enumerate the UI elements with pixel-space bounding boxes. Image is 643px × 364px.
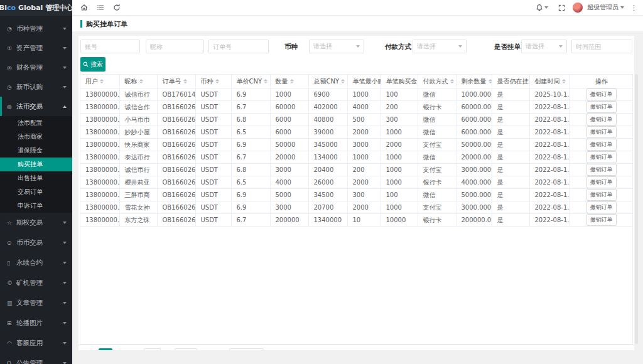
table-cell: 34500 — [308, 189, 347, 201]
sidebar-item-miner-management[interactable]: ©矿机管理 — [0, 273, 72, 293]
cancel-order-button[interactable]: 撤销订单 — [586, 164, 617, 176]
sidebar-subitem-refund-deposit[interactable]: 退保障金 — [0, 144, 72, 158]
column-header-11[interactable]: 剩余数量 — [456, 75, 492, 88]
pagination-jump-prefix: 到第 — [127, 348, 140, 350]
column-header-5[interactable]: 单价CNY — [231, 75, 270, 88]
table-cell: 6.5 — [231, 176, 270, 189]
table-cell: USDT — [195, 214, 231, 227]
sidebar-item-carousel-images[interactable]: ⊞轮播图片 — [0, 313, 72, 333]
sidebar-subitem-fiat-config[interactable]: 法币配置 — [0, 116, 72, 130]
home-icon[interactable] — [77, 1, 91, 14]
user-menu[interactable]: 超级管理员 — [587, 3, 624, 12]
column-header-3[interactable]: 订单号 — [157, 75, 195, 88]
cancel-order-button[interactable]: 撤销订单 — [586, 88, 617, 100]
sidebar-item-asset-management[interactable]: ①资产管理 — [0, 38, 72, 58]
coin-select[interactable]: 请选择 — [309, 40, 364, 53]
sidebar-item-customer-service[interactable]: ◠客服应用 — [0, 333, 72, 353]
column-header-2[interactable]: 昵称 — [119, 75, 157, 88]
sort-up-icon — [290, 79, 294, 81]
is-listed-filter-label: 是否挂单 — [494, 40, 521, 53]
table-cell: 是 — [492, 176, 529, 189]
search-button[interactable]: 搜索 — [80, 57, 105, 72]
nickname-input[interactable] — [146, 40, 204, 53]
table-cell: 345000 — [308, 139, 347, 151]
fullscreen-icon[interactable] — [554, 1, 568, 14]
table-cell: 微信 — [418, 189, 456, 201]
sidebar-item-article-management[interactable]: ▥文章管理 — [0, 293, 72, 313]
cancel-order-button[interactable]: 撤销订单 — [586, 151, 617, 163]
sidebar-subitem-buy-orders[interactable]: 购买挂单 — [0, 158, 72, 171]
sidebar-item-perpetual-contract[interactable]: ▯永续合约 — [0, 253, 72, 273]
pagination-page-1[interactable]: 1 — [99, 348, 112, 350]
cancel-order-button[interactable]: 撤销订单 — [586, 176, 617, 188]
table-cell: 6.5 — [231, 126, 270, 139]
cancel-order-button[interactable]: 撤销订单 — [586, 101, 617, 113]
order-no-input[interactable] — [208, 40, 269, 53]
sidebar-subitem-trade-orders[interactable]: 交易订单 — [0, 185, 72, 199]
table-scrollbar[interactable] — [635, 74, 638, 344]
cancel-order-button[interactable]: 撤销订单 — [586, 214, 617, 226]
pagination-jump-input[interactable]: 1 — [144, 348, 160, 350]
sort-down-icon — [562, 82, 566, 83]
sidebar-item-label: 文章管理 — [16, 299, 63, 308]
table-cell: 10000 — [381, 214, 418, 227]
table-cell: 小马币币 — [119, 114, 157, 126]
sidebar-subitem-fiat-merchant[interactable]: 法币商家 — [0, 130, 72, 144]
pagination-next-button[interactable]: › — [116, 348, 124, 350]
table-cell: USDT — [195, 201, 231, 214]
sidebar-item-finance-management[interactable]: ◎财务管理 — [0, 58, 72, 77]
pagination-confirm-button[interactable]: 确定 — [175, 348, 197, 350]
pay-method-filter-label: 付款方式 — [385, 40, 411, 53]
more-vertical-icon[interactable]: ⋮ — [629, 4, 639, 12]
pay-method-select[interactable]: 请选择 — [413, 40, 467, 53]
sidebar-subitem-sell-orders[interactable]: 出售挂单 — [0, 171, 72, 185]
chevron-down-icon — [63, 47, 67, 50]
column-header-label: 创建时间 — [535, 78, 560, 85]
pagination: ‹ 1 › 到第 1 页 确定 共 11 条 10 条/页 — [78, 345, 634, 350]
table-cell: 6.8 — [231, 114, 270, 126]
table-cell: 是 — [492, 101, 529, 114]
is-listed-select[interactable]: 请选择 — [521, 40, 567, 53]
sidebar-item-new-coin-subscription[interactable]: ◷新币认购 — [0, 77, 72, 97]
table-cell: 13800000... — [80, 176, 119, 189]
column-header-label: 操作 — [595, 78, 608, 85]
column-header-12[interactable]: 是否仍在挂... — [492, 75, 529, 88]
sidebar-item-coin-management[interactable]: ◔币种管理 — [0, 19, 72, 38]
pagination-prev-button[interactable]: ‹ — [87, 348, 95, 350]
cancel-order-button[interactable]: 撤销订单 — [586, 189, 617, 201]
refresh-icon[interactable] — [110, 1, 124, 14]
column-header-4[interactable]: 币种 — [195, 75, 231, 88]
column-header-10[interactable]: 付款方式 — [418, 75, 456, 88]
cancel-order-button[interactable]: 撤销订单 — [586, 201, 617, 213]
time-range-input[interactable] — [571, 40, 632, 53]
sidebar-item-spot-trade[interactable]: ⊙币币交易 — [0, 233, 72, 253]
pagination-page-size-select[interactable]: 10 条/页 — [229, 348, 264, 350]
sidebar-item-fiat-trade[interactable]: ◍法币交易 — [0, 97, 72, 116]
search-button-label: 搜索 — [90, 60, 103, 69]
account-input[interactable] — [80, 40, 140, 53]
table-cell-action: 撤销订单 — [569, 114, 633, 126]
column-header-6[interactable]: 数量 — [270, 75, 308, 88]
cancel-order-button[interactable]: 撤销订单 — [586, 114, 617, 126]
cancel-order-button[interactable]: 撤销订单 — [586, 126, 617, 138]
column-header-7[interactable]: 总额CNY — [308, 75, 347, 88]
column-header-1[interactable]: 用户 — [80, 75, 119, 88]
sidebar-subitem-appeal-orders[interactable]: 申诉订单 — [0, 199, 72, 213]
table-cell: 1000 — [270, 88, 308, 101]
column-header-label: 昵称 — [125, 78, 138, 85]
column-header-13[interactable]: 创建时间 — [529, 75, 569, 88]
avatar[interactable] — [573, 3, 583, 13]
table-cell: 6.9 — [231, 189, 270, 201]
cancel-order-button[interactable]: 撤销订单 — [586, 139, 617, 151]
table-cell: 300 — [381, 114, 418, 126]
topbar: 超级管理员 ⋮ — [72, 0, 643, 16]
sidebar-item-announcement-management[interactable]: Ω公告管理 — [0, 353, 72, 364]
sidebar-item-label: 新币认购 — [16, 83, 63, 92]
table-cell: 是 — [492, 189, 529, 201]
table-cell: 13800000... — [80, 88, 119, 101]
sidebar-item-options-trade[interactable]: ☆期权交易 — [0, 213, 72, 233]
menu-list-icon[interactable] — [94, 1, 107, 14]
user-name-label: 超级管理员 — [587, 3, 619, 12]
sort-down-icon — [183, 82, 187, 83]
bell-icon[interactable] — [534, 1, 550, 14]
